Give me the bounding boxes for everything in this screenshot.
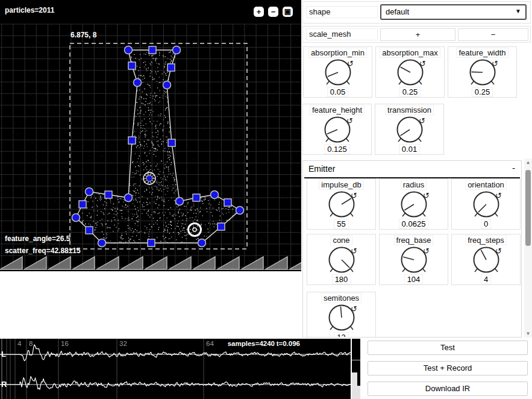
knob-dial[interactable]: ↺ <box>324 190 360 218</box>
knob-value[interactable]: 0.05 <box>304 86 372 97</box>
mesh-vertex-square-handle[interactable] <box>128 62 136 69</box>
shape-row: shape default ▼ <box>302 1 531 24</box>
listener-marker[interactable] <box>189 224 201 236</box>
particle-cloud <box>82 51 237 243</box>
mesh-vertex-square-handle[interactable] <box>193 194 200 201</box>
knob-reset-icon[interactable]: ↺ <box>346 116 353 125</box>
scale-mesh-label: scale_mesh <box>306 28 378 40</box>
time-tick-label: 64 <box>206 340 214 347</box>
simulation-canvas[interactable] <box>0 0 301 271</box>
mesh-vertex-circle-handle[interactable] <box>72 214 80 222</box>
knob-reset-icon[interactable]: ↺ <box>347 59 354 68</box>
knob-value[interactable]: 180 <box>307 274 375 284</box>
knob-dial[interactable]: ↺ <box>392 116 428 143</box>
time-tick-label: 8 <box>29 340 33 347</box>
zoom-out-button[interactable]: − <box>268 7 278 17</box>
test-record-button[interactable]: Test + Record <box>368 361 528 375</box>
mesh-vertex-square-handle[interactable] <box>149 46 156 54</box>
time-tick-label: 4 <box>17 340 22 347</box>
knob-label: freq_base <box>380 234 448 246</box>
bbox-size-label: 6.875, 8 <box>70 31 96 39</box>
scroll-down-arrow[interactable]: ▼ <box>524 330 532 338</box>
knob-value[interactable]: 12 <box>307 331 375 338</box>
knob-dial[interactable]: ↺ <box>468 190 504 218</box>
mesh-vertex-square-handle[interactable] <box>86 227 93 234</box>
mesh-vertex-circle-handle[interactable] <box>134 79 142 87</box>
mesh-vertex-circle-handle[interactable] <box>173 46 181 54</box>
mesh-vertex-circle-handle[interactable] <box>236 207 244 215</box>
knob-feature_height: feature_height↺0.125 <box>302 104 372 155</box>
scrollbar-thumb[interactable] <box>525 170 531 246</box>
knob-label: orientation <box>452 179 520 190</box>
knob-dial[interactable]: ↺ <box>396 190 432 218</box>
mesh-vertex-square-handle[interactable] <box>224 199 231 206</box>
zoom-in-button[interactable]: + <box>254 7 264 17</box>
knob-value[interactable]: 0.25 <box>376 86 444 97</box>
chevron-down-icon: ▼ <box>515 8 521 14</box>
fit-view-button[interactable]: ▣ <box>283 7 293 17</box>
mesh-vertex-circle-handle[interactable] <box>98 239 106 247</box>
knob-dial[interactable]: ↺ <box>324 304 360 331</box>
mesh-vertex-circle-handle[interactable] <box>211 191 219 199</box>
emitter-section-title: Emitter <box>308 164 335 174</box>
shape-label: shape <box>306 6 378 18</box>
knob-dial[interactable]: ↺ <box>324 246 360 274</box>
channel-left-label: L <box>1 350 6 359</box>
knob-reset-icon[interactable]: ↺ <box>419 116 425 125</box>
feature-angle-label: feature_angle=26.5 <box>5 234 70 243</box>
panel-scrollbar[interactable]: ▲ ▼ <box>524 159 532 338</box>
knob-freq_steps: freq_steps↺4 <box>451 234 521 285</box>
mesh-vertex-circle-handle[interactable] <box>198 239 206 247</box>
knob-value[interactable]: 55 <box>307 218 375 229</box>
knob-value[interactable]: 0.01 <box>375 143 443 154</box>
knob-label: freq_steps <box>452 234 520 246</box>
knob-value[interactable]: 0.25 <box>448 86 516 97</box>
knob-dial[interactable]: ↺ <box>319 116 355 143</box>
shape-select[interactable]: default ▼ <box>380 4 527 20</box>
emitter-section-header: Emitter - <box>303 161 521 177</box>
knob-reset-icon[interactable]: ↺ <box>419 59 426 68</box>
test-button[interactable]: Test <box>368 341 528 355</box>
knob-label: impulse_db <box>307 179 375 190</box>
mesh-vertex-circle-handle[interactable] <box>176 198 184 206</box>
mesh-vertex-square-handle[interactable] <box>148 239 155 247</box>
mesh-vertex-square-handle[interactable] <box>168 139 175 146</box>
scroll-up-arrow[interactable]: ▲ <box>524 159 532 166</box>
knob-reset-icon[interactable]: ↺ <box>351 247 357 256</box>
scale-mesh-minus-button[interactable]: − <box>458 28 528 41</box>
knob-reset-icon[interactable]: ↺ <box>495 191 502 200</box>
knob-dial[interactable]: ↺ <box>392 58 428 86</box>
knob-dial[interactable]: ↺ <box>468 246 504 274</box>
collapse-section-button[interactable]: - <box>512 163 515 173</box>
knob-dial[interactable]: ↺ <box>396 246 432 274</box>
knob-reset-icon[interactable]: ↺ <box>351 304 357 313</box>
knob-value[interactable]: 104 <box>380 274 448 284</box>
knob-dial[interactable]: ↺ <box>465 58 501 86</box>
knob-reset-icon[interactable]: ↺ <box>492 59 498 68</box>
knob-value[interactable]: 0.0625 <box>380 218 448 229</box>
knob-reset-icon[interactable]: ↺ <box>423 191 430 200</box>
download-ir-button[interactable]: Download IR <box>368 382 528 396</box>
knob-value[interactable]: 4 <box>452 274 520 284</box>
mesh-vertex-circle-handle[interactable] <box>86 188 93 196</box>
knob-reset-icon[interactable]: ↺ <box>423 247 430 256</box>
mesh-vertex-circle-handle[interactable] <box>125 194 133 202</box>
mesh-vertex-square-handle[interactable] <box>167 64 175 71</box>
shape-select-value: default <box>386 7 409 16</box>
knob-dial[interactable]: ↺ <box>320 58 356 86</box>
knob-value[interactable]: 0 <box>452 218 520 229</box>
scale-mesh-plus-button[interactable]: + <box>380 28 455 41</box>
knob-reset-icon[interactable]: ↺ <box>351 191 357 200</box>
mesh-vertex-square-handle[interactable] <box>128 137 136 144</box>
waveform-display[interactable]: 48163264samples=4240t=0.096LR <box>0 339 361 399</box>
knob-freq_base: freq_base↺104 <box>379 234 448 285</box>
mesh-vertex-square-handle[interactable] <box>105 191 112 198</box>
mesh-vertex-square-handle[interactable] <box>217 223 225 230</box>
knob-value[interactable]: 0.125 <box>303 143 371 154</box>
knob-label: cone <box>307 234 375 246</box>
mesh-vertex-circle-handle[interactable] <box>125 46 133 54</box>
knob-reset-icon[interactable]: ↺ <box>495 247 502 256</box>
mesh-vertex-circle-handle[interactable] <box>163 81 171 89</box>
mesh-vertex-square-handle[interactable] <box>79 201 86 208</box>
scatter-freq-label: scatter_freq=42.88±15 <box>5 247 81 255</box>
